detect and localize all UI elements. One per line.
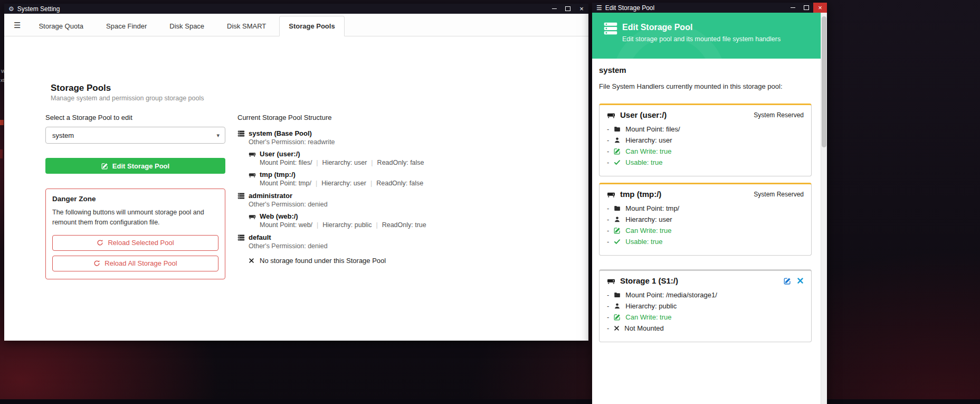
menu-button[interactable]: ☰: [14, 21, 21, 30]
dash: [607, 291, 609, 299]
tab-disk-smart[interactable]: Disk SMART: [217, 16, 275, 36]
gear-icon: ⚙: [8, 5, 14, 13]
row-text: Mount Point: files/: [625, 125, 680, 133]
can-write-row: Can Write: true: [607, 313, 804, 321]
desktop-icon-fragment: [0, 120, 4, 125]
tab-storage-quota[interactable]: Storage Quota: [29, 16, 93, 36]
server-icon: [603, 21, 618, 36]
can-write-row: Can Write: true: [607, 147, 804, 155]
minimize-icon: [552, 8, 557, 9]
dash: [607, 204, 609, 212]
reload-all-pool-label: Reload All Storage Pool: [104, 259, 177, 267]
pool-permission: Other's Permission: denied: [249, 201, 565, 208]
close-icon: ×: [579, 5, 584, 12]
page-subtitle: Manage system and permission group stora…: [51, 95, 204, 102]
folder-icon: [614, 205, 621, 212]
minimize-icon: [791, 7, 795, 8]
pool-permission: Other's Permission: denied: [249, 242, 565, 250]
tab-storage-pools[interactable]: Storage Pools: [279, 16, 344, 36]
separator: [317, 221, 318, 229]
hierarchy-row: Hierarchy: public: [607, 302, 804, 310]
row-text: Mount Point: /media/storage1/: [625, 291, 717, 299]
close-button[interactable]: ×: [575, 4, 588, 14]
mount-point-row: Mount Point: tmp/: [607, 204, 804, 212]
folder-icon: [614, 292, 621, 298]
reload-selected-pool-button[interactable]: Reload Selected Pool: [52, 235, 218, 251]
desktop-icon-fragment: [0, 149, 3, 158]
empty-pool-row: No storage found under this Storage Pool: [249, 257, 565, 265]
mount-point-row: Mount Point: files/: [607, 125, 804, 133]
user-icon: [614, 216, 621, 223]
reload-all-pool-button[interactable]: Reload All Storage Pool: [52, 256, 218, 271]
separator: [370, 180, 372, 187]
user-icon: [614, 137, 621, 144]
scrollbar[interactable]: [821, 13, 827, 404]
edit-handler-button[interactable]: [784, 277, 791, 285]
row-text: Hierarchy: public: [625, 302, 677, 310]
structure-title: Current Storage Pool Structure: [237, 114, 565, 121]
edit-titlebar: ☰ Edit Storage Pool ×: [592, 3, 827, 13]
card-rows: Mount Point: tmp/ Hierarchy: user Can Wr…: [607, 204, 804, 246]
card-header: tmp (tmp:/) System Reserved: [607, 190, 804, 199]
pool-name: system: [599, 65, 626, 74]
row-text: Not Mounted: [624, 324, 663, 332]
maximize-icon: [565, 6, 570, 11]
usable-row: Usable: true: [607, 158, 804, 166]
fs-detail: ReadOnly: false: [376, 180, 423, 187]
minimize-button[interactable]: [786, 3, 800, 13]
card-rows: Mount Point: files/ Hierarchy: user Can …: [607, 125, 804, 166]
hdd-icon: [607, 277, 615, 285]
separator: [376, 221, 377, 229]
fs-title: User (user:/): [260, 150, 300, 158]
dash: [607, 125, 609, 133]
fs-detail: Mount Point: tmp/: [260, 180, 311, 187]
row-text: Mount Point: tmp/: [625, 204, 679, 212]
card-actions: [784, 277, 804, 285]
server-icon: [237, 192, 245, 200]
remove-handler-button[interactable]: [797, 277, 804, 284]
fs-header: tmp (tmp:/): [249, 171, 565, 178]
tree-pool-header: system (Base Pool): [237, 129, 565, 137]
fs-details: Mount Point: tmp/ Hierarchy: user ReadOn…: [260, 180, 565, 187]
edit-storage-pool-button[interactable]: Edit Storage Pool: [45, 158, 225, 174]
pool-structure-panel: Current Storage Pool Structure system (B…: [237, 114, 565, 269]
card-title: Storage 1 (S1:/): [620, 276, 678, 285]
dash: [607, 324, 609, 332]
row-text: Hierarchy: user: [625, 215, 672, 223]
maximize-button[interactable]: [561, 4, 575, 14]
scrollbar-thumb[interactable]: [822, 16, 826, 147]
refresh-icon: [97, 239, 103, 246]
separator: [316, 159, 318, 166]
tab-space-finder[interactable]: Space Finder: [97, 16, 156, 36]
pencil-square-icon: [614, 227, 621, 234]
pool-permission: Other's Permission: readwrite: [249, 138, 565, 146]
hdd-icon: [607, 190, 615, 199]
fs-title: Web (web:/): [260, 212, 298, 220]
pencil-square-icon: [614, 314, 621, 321]
hierarchy-row: Hierarchy: user: [607, 136, 804, 144]
pool-title: administrator: [249, 192, 292, 200]
banner-subtitle: Edit storage pool and its mounted file s…: [622, 35, 781, 43]
tree-fs-user: User (user:/) Mount Point: files/ Hierar…: [249, 150, 565, 166]
storage-pool-select[interactable]: system ▾: [45, 127, 225, 144]
can-write-row: Can Write: true: [607, 227, 804, 234]
chevron-down-icon: ▾: [216, 132, 220, 139]
not-mounted-row: Not Mounted: [607, 324, 804, 332]
minimize-button[interactable]: [547, 4, 561, 14]
hdd-icon: [249, 213, 256, 220]
close-icon: ×: [818, 4, 822, 11]
x-mark-icon: [249, 258, 254, 264]
maximize-button[interactable]: [800, 3, 813, 13]
system-reserved-badge: System Reserved: [754, 111, 804, 119]
tree-pool-header: default: [237, 233, 565, 241]
close-button[interactable]: ×: [813, 3, 827, 13]
fs-detail: ReadOnly: true: [382, 221, 426, 229]
server-icon: [237, 234, 245, 241]
usable-row: Usable: true: [607, 238, 804, 246]
mount-point-row: Mount Point: /media/storage1/: [607, 291, 804, 299]
pencil-square-icon: [101, 163, 108, 170]
danger-zone-description: The following buttons will unmount stora…: [52, 208, 218, 228]
tree-pool-header: administrator: [237, 192, 565, 200]
refresh-icon: [93, 260, 100, 267]
tab-disk-space[interactable]: Disk Space: [160, 16, 214, 36]
